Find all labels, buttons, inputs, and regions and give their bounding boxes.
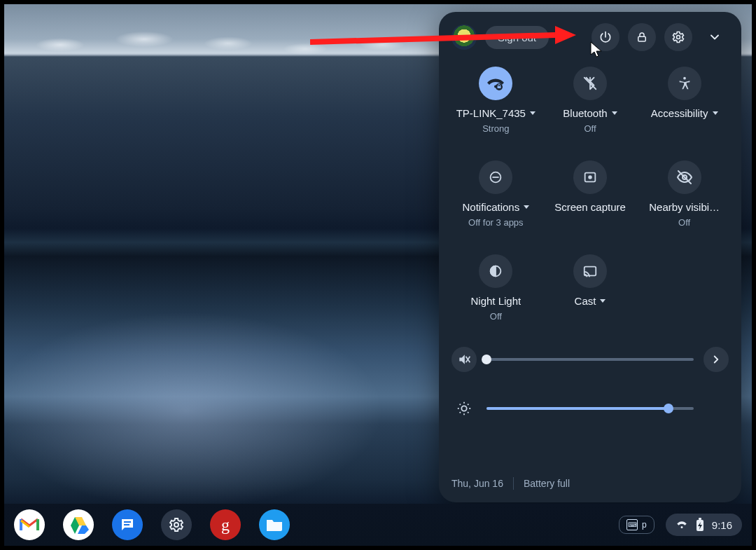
screen-capture-icon <box>582 170 598 185</box>
power-button[interactable] <box>592 23 620 51</box>
accessibility-label: Accessibility <box>651 107 708 119</box>
night-light-icon <box>488 263 503 279</box>
shelf-apps: g <box>14 509 290 540</box>
caret-icon <box>713 111 718 115</box>
accessibility-icon <box>677 76 692 91</box>
status-area[interactable]: 9:16 <box>666 514 742 536</box>
app-gmail[interactable] <box>14 509 45 540</box>
notifications-tile[interactable]: Notifications Off for 3 apps <box>451 160 540 228</box>
user-avatar[interactable] <box>451 25 477 50</box>
sliders-area <box>451 347 729 421</box>
bluetooth-toggle[interactable] <box>573 67 607 100</box>
cast-icon <box>582 263 598 279</box>
svg-point-1 <box>677 36 680 39</box>
caret-icon <box>530 111 536 115</box>
battery-icon <box>695 518 705 532</box>
chevron-right-icon <box>710 353 722 366</box>
wifi-tile[interactable]: TP-LINK_7435 Strong <box>451 67 540 134</box>
caret-icon <box>524 205 529 209</box>
panel-date: Thu, Jun 16 <box>451 478 503 489</box>
lock-icon <box>636 31 648 43</box>
volume-mute-button[interactable] <box>451 347 477 372</box>
bluetooth-status: Off <box>584 123 596 134</box>
caret-icon <box>612 111 617 115</box>
nearby-visibility-tile[interactable]: Nearby visibi… Off <box>640 160 729 228</box>
lock-button[interactable] <box>628 23 656 51</box>
sign-out-button[interactable]: Sign out <box>485 26 549 49</box>
nearby-visibility-status: Off <box>678 217 690 228</box>
notifications-toggle[interactable] <box>479 160 512 194</box>
svg-point-9 <box>589 176 592 179</box>
messages-icon <box>119 516 136 533</box>
clock-text: 9:16 <box>712 519 732 531</box>
svg-point-16 <box>461 406 466 411</box>
gmail-icon <box>20 517 39 532</box>
volume-row <box>451 347 729 372</box>
svg-point-5 <box>683 77 686 80</box>
gear-icon <box>168 516 185 533</box>
screen-capture-tile[interactable]: Screen capture <box>546 160 635 228</box>
quick-settings-grid: TP-LINK_7435 Strong Bluetooth Off Access… <box>451 67 729 322</box>
audio-settings-button[interactable] <box>704 347 729 372</box>
panel-footer: Thu, Jun 16 Battery full <box>451 462 729 490</box>
app-messages[interactable] <box>112 509 143 540</box>
wifi-icon <box>676 518 688 531</box>
battery-status-text: Battery full <box>524 478 570 489</box>
cast-tile[interactable]: Cast <box>546 254 635 322</box>
wifi-label: TP-LINK_7435 <box>456 107 526 119</box>
night-light-status: Off <box>490 311 502 322</box>
settings-button[interactable] <box>664 23 692 51</box>
svg-marker-22 <box>78 525 89 534</box>
brightness-row <box>451 396 729 421</box>
ime-badge[interactable]: ⌨ p <box>619 516 654 534</box>
wifi-status: Strong <box>482 123 509 134</box>
shelf: g ⌨ p 9:16 <box>4 504 752 546</box>
caret-icon <box>600 299 606 303</box>
ime-badge-text: p <box>642 520 647 530</box>
night-light-label: Night Light <box>470 295 521 307</box>
cast-button[interactable] <box>573 254 607 288</box>
wifi-toggle[interactable] <box>479 67 512 100</box>
nearby-visibility-toggle[interactable] <box>668 160 701 194</box>
bluetooth-off-icon <box>582 76 598 91</box>
night-light-toggle[interactable] <box>479 254 512 288</box>
night-light-tile[interactable]: Night Light Off <box>451 254 540 322</box>
accessibility-tile[interactable]: Accessibility <box>640 67 729 134</box>
accessibility-toggle[interactable] <box>668 67 701 100</box>
collapse-button[interactable] <box>701 23 729 51</box>
svg-rect-3 <box>498 86 501 88</box>
chevron-down-icon <box>708 30 722 44</box>
brightness-icon-wrap <box>451 396 477 421</box>
visibility-off-icon <box>676 169 693 186</box>
folder-icon <box>265 517 284 532</box>
brightness-slider[interactable] <box>486 407 694 410</box>
brightness-icon <box>456 401 472 416</box>
app-settings[interactable] <box>161 509 192 540</box>
screen-capture-label: Screen capture <box>554 201 626 214</box>
app-g-red[interactable]: g <box>210 509 241 540</box>
cast-label: Cast <box>575 295 596 307</box>
svg-rect-27 <box>699 518 701 520</box>
nearby-visibility-label: Nearby visibi… <box>649 201 720 213</box>
do-not-disturb-icon <box>488 170 503 185</box>
notifications-status: Off for 3 apps <box>468 217 524 228</box>
wifi-icon <box>487 75 504 92</box>
volume-slider[interactable] <box>486 358 694 361</box>
app-drive[interactable] <box>63 509 94 540</box>
volume-mute-icon <box>457 352 471 366</box>
gear-icon <box>671 30 685 44</box>
panel-top-row: Sign out <box>451 23 729 51</box>
footer-divider <box>513 477 514 490</box>
shelf-tray: ⌨ p 9:16 <box>619 514 742 536</box>
app-files[interactable] <box>259 509 290 540</box>
quick-settings-panel: Sign out TP-LINK_7435 Strong <box>439 12 741 502</box>
svg-point-25 <box>174 523 178 527</box>
screen-capture-button[interactable] <box>573 160 607 194</box>
notifications-label: Notifications <box>462 201 519 213</box>
bluetooth-tile[interactable]: Bluetooth Off <box>546 67 635 134</box>
svg-rect-0 <box>638 36 646 41</box>
drive-icon <box>68 516 89 534</box>
keyboard-square-icon: ⌨ <box>626 519 638 530</box>
power-icon <box>598 30 612 44</box>
bluetooth-label: Bluetooth <box>563 107 607 119</box>
